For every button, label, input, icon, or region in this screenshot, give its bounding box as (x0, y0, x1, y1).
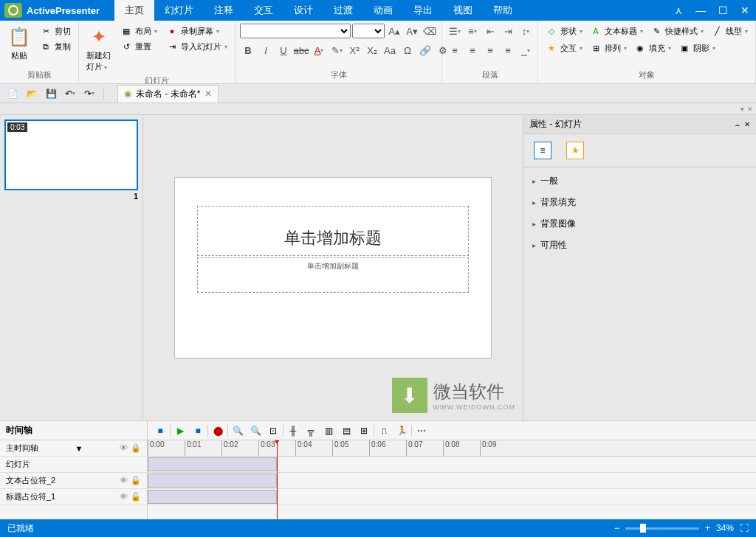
tab-annotate[interactable]: 注释 (204, 0, 244, 21)
clip-title[interactable] (148, 490, 277, 504)
tab-view[interactable]: 视图 (443, 0, 483, 21)
slide-thumbnail-1[interactable]: 0:03 (4, 119, 138, 190)
track-row-text[interactable] (148, 473, 756, 489)
lock-icon[interactable]: 🔒 (131, 443, 141, 453)
import-slides-button[interactable]: ⇥导入幻灯片 (163, 39, 230, 54)
zoom-in-status-icon[interactable]: + (705, 523, 710, 533)
align-right-icon[interactable]: ≡ (482, 43, 498, 58)
underline-icon[interactable]: U (275, 43, 292, 58)
paste-button[interactable]: 📋 粘贴 (4, 24, 34, 63)
clip-text[interactable] (148, 474, 277, 488)
outdent-icon[interactable]: ⇤ (482, 24, 498, 38)
snap-icon[interactable]: ⎍ (376, 423, 392, 438)
record-button[interactable]: ●录制屏幕 (163, 24, 230, 38)
props-item-bgfill[interactable]: 背景填充 (523, 192, 756, 213)
quickstyle-button[interactable]: ✎快捷样式 (647, 24, 707, 38)
caption-button[interactable]: A文本标题 (587, 24, 646, 38)
reset-button[interactable]: ↺重置 (117, 39, 160, 54)
zoom-in-icon[interactable]: 🔍 (230, 423, 246, 438)
pin-icon[interactable]: ⫠ (734, 120, 741, 128)
layout-button[interactable]: ▦布局 (117, 24, 160, 38)
zoom-slider[interactable] (625, 527, 699, 530)
tab-slides[interactable]: 幻灯片 (154, 0, 204, 21)
bullets-icon[interactable]: ☰ (447, 24, 463, 38)
alert-icon[interactable]: ⬤ (210, 423, 226, 438)
grow-font-icon[interactable]: A▴ (386, 24, 402, 38)
tab-animation[interactable]: 动画 (363, 0, 403, 21)
cut-button[interactable]: ✂剪切 (37, 24, 74, 38)
italic-icon[interactable]: I (258, 43, 274, 58)
close-tab-icon[interactable]: ✕ (205, 89, 212, 99)
copy-button[interactable]: ⧉复制 (37, 39, 74, 54)
tab-help[interactable]: 帮助 (483, 0, 523, 21)
minimize-icon[interactable]: — (690, 0, 712, 21)
shrink-font-icon[interactable]: A▾ (404, 24, 420, 38)
zoom-out-status-icon[interactable]: − (614, 523, 619, 533)
font-size-select[interactable] (352, 24, 385, 38)
shadow-button[interactable]: ▣阴影 (676, 41, 718, 55)
timeline-ruler[interactable]: 0:000:010:020:030:040:050:060:070:080:09 (148, 440, 756, 457)
font-family-select[interactable] (240, 24, 351, 38)
fill-button[interactable]: ◉填充 (631, 41, 674, 55)
valign-icon[interactable]: ⎯ (518, 43, 534, 58)
case-icon[interactable]: Aa (382, 43, 398, 58)
tab-home[interactable]: 主页 (114, 0, 154, 21)
strike-icon[interactable]: abc (293, 43, 309, 58)
new-doc-icon[interactable]: 📄 (4, 86, 21, 101)
tab-interact[interactable]: 交互 (244, 0, 284, 21)
undo-icon[interactable]: ↶ (62, 86, 78, 101)
record-stop-icon[interactable]: ■ (190, 423, 206, 438)
props-item-bgimage[interactable]: 背景图像 (523, 213, 756, 235)
arrange-button[interactable]: ⊞排列 (587, 41, 630, 55)
slide-canvas[interactable]: 单击增加标题 单击增加副标题 (174, 177, 492, 358)
visibility-icon[interactable]: 👁 (120, 492, 128, 502)
linetype-button[interactable]: ╱线型 (708, 24, 751, 38)
visibility-icon[interactable]: 👁 (120, 443, 128, 453)
visibility-icon[interactable]: 👁 (120, 476, 128, 485)
close-icon[interactable]: ✕ (734, 0, 756, 21)
track-text-ph[interactable]: 文本占位符_2👁🔓 (0, 473, 147, 489)
highlight-icon[interactable]: ✎ (329, 43, 345, 58)
props-tab-general-icon[interactable]: ≡ (534, 142, 551, 159)
layers-icon[interactable]: ▤ (338, 423, 354, 438)
maximize-icon[interactable]: ☐ (712, 0, 734, 21)
font-color-icon[interactable]: A (311, 43, 327, 58)
play-icon[interactable]: ▶ (172, 423, 188, 438)
playhead[interactable] (277, 440, 278, 519)
interact-button[interactable]: ★交互 (543, 41, 585, 55)
merge-icon[interactable]: ╦ (303, 423, 319, 438)
align-left-icon[interactable]: ≡ (447, 43, 463, 58)
align-tl-icon[interactable]: ⊞ (356, 423, 372, 438)
tab-export[interactable]: 导出 (403, 0, 443, 21)
numbering-icon[interactable]: ≡ (464, 24, 481, 38)
open-doc-icon[interactable]: 📂 (24, 86, 40, 101)
symbol-icon[interactable]: Ω (399, 43, 416, 58)
indent-icon[interactable]: ⇥ (500, 24, 516, 38)
lock-icon[interactable]: 🔓 (131, 492, 141, 502)
superscript-icon[interactable]: X² (346, 43, 362, 58)
panel-menu-icon[interactable]: ▾ (740, 105, 744, 113)
group-icon[interactable]: ▥ (320, 423, 337, 438)
split-icon[interactable]: ╫ (285, 423, 301, 438)
zoom-out-icon[interactable]: 🔍 (247, 423, 264, 438)
align-center-icon[interactable]: ≡ (464, 43, 481, 58)
track-row-slide[interactable] (148, 457, 756, 473)
clear-format-icon[interactable]: ⌫ (422, 24, 438, 38)
subscript-icon[interactable]: X₂ (364, 43, 380, 58)
align-justify-icon[interactable]: ≡ (500, 43, 516, 58)
props-tab-star-icon[interactable]: ★ (566, 142, 584, 159)
redo-icon[interactable]: ↷ (81, 86, 97, 101)
stop-icon[interactable]: ■ (152, 423, 168, 438)
track-slide[interactable]: 幻灯片 (0, 457, 147, 473)
track-main[interactable]: 主时间轴 ▼ 👁🔒 (0, 440, 147, 457)
track-title-ph[interactable]: 标题占位符_1👁🔓 (0, 489, 147, 505)
panel-close-icon[interactable]: ✕ (744, 120, 750, 128)
zoom-fit-icon[interactable]: ⊡ (265, 423, 281, 438)
fit-screen-icon[interactable]: ⛶ (740, 523, 749, 533)
tab-design[interactable]: 设计 (284, 0, 323, 21)
props-item-availability[interactable]: 可用性 (523, 235, 756, 256)
save-icon[interactable]: 💾 (43, 86, 59, 101)
new-slide-button[interactable]: ✦ 新建幻灯片 (83, 24, 114, 74)
motion-icon[interactable]: 🏃 (394, 423, 410, 438)
more-icon[interactable]: ⋯ (413, 423, 430, 438)
